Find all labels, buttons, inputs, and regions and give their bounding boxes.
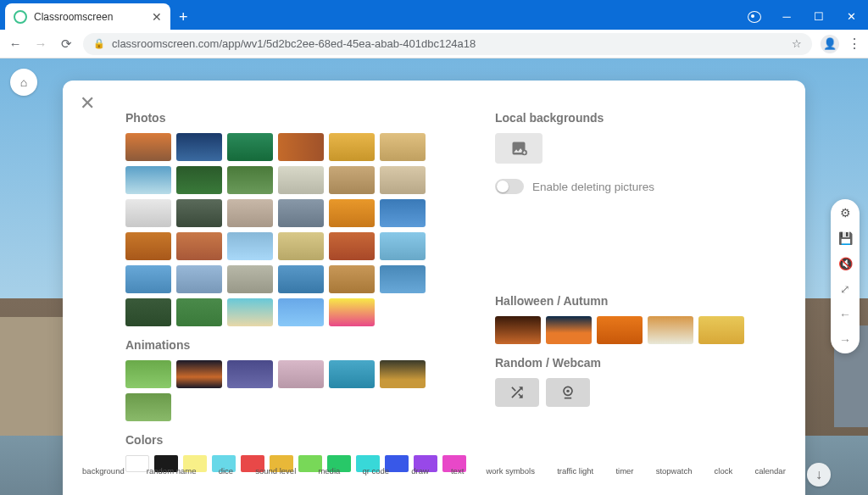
browser-shield-icon[interactable]	[748, 11, 761, 23]
widget-item[interactable]: media	[318, 466, 340, 476]
photo-thumb[interactable]	[176, 166, 222, 194]
photo-thumb[interactable]	[278, 166, 324, 194]
widget-item[interactable]: timer	[615, 466, 633, 476]
animation-thumbs-row	[125, 360, 466, 421]
photo-thumb[interactable]	[227, 199, 273, 227]
delete-toggle-row: Enable deleting pictures	[495, 179, 776, 194]
widget-item[interactable]: qr code	[362, 466, 389, 476]
photo-thumb[interactable]	[176, 133, 222, 161]
background-picker-modal: ✕ Photos Animations Colors Local backgro…	[63, 81, 805, 495]
animation-thumb[interactable]	[227, 360, 273, 388]
photo-thumb[interactable]	[329, 166, 375, 194]
photo-thumb[interactable]	[278, 298, 324, 326]
halloween-thumb[interactable]	[648, 316, 693, 344]
animation-thumb[interactable]	[380, 360, 426, 388]
save-floppy-icon[interactable]: 💾	[838, 231, 853, 245]
photo-thumb[interactable]	[125, 265, 171, 293]
widget-item[interactable]: text	[451, 466, 464, 476]
widget-item[interactable]: sound level	[255, 466, 296, 476]
photo-thumb[interactable]	[329, 232, 375, 260]
photo-thumb[interactable]	[278, 199, 324, 227]
widget-item[interactable]: dice	[219, 466, 233, 476]
photo-thumb[interactable]	[329, 133, 375, 161]
animation-thumb[interactable]	[176, 360, 222, 388]
settings-gear-icon[interactable]: ⚙	[840, 206, 851, 220]
tab-title: Classroomscreen	[34, 11, 145, 23]
photo-thumb[interactable]	[125, 166, 171, 194]
colors-section-title: Colors	[125, 433, 466, 447]
upload-local-button[interactable]	[495, 133, 542, 164]
bookmark-star-icon[interactable]: ☆	[792, 37, 802, 50]
page-content: ⌂ ✕ Photos Animations Colors Local backg…	[0, 58, 868, 495]
halloween-thumb[interactable]	[698, 316, 744, 344]
photo-thumb[interactable]	[329, 298, 375, 326]
photo-thumb[interactable]	[227, 166, 273, 194]
halloween-thumbs-row	[495, 316, 776, 344]
profile-avatar[interactable]: 👤	[821, 35, 839, 53]
photo-thumb[interactable]	[125, 133, 171, 161]
webcam-button[interactable]	[546, 378, 590, 407]
photo-thumb[interactable]	[278, 265, 324, 293]
photo-thumb[interactable]	[227, 232, 273, 260]
next-arrow-icon[interactable]: →	[839, 333, 851, 347]
browser-menu-icon[interactable]: ⋮	[848, 36, 861, 52]
halloween-thumb[interactable]	[597, 316, 643, 344]
widget-item[interactable]: clock	[715, 466, 733, 476]
widget-item[interactable]: draw	[411, 466, 429, 476]
random-shuffle-button[interactable]	[495, 378, 539, 407]
photo-thumb[interactable]	[227, 133, 273, 161]
widget-item[interactable]: work symbols	[486, 466, 535, 476]
photo-thumb[interactable]	[380, 166, 426, 194]
photo-thumb[interactable]	[380, 265, 426, 293]
fullscreen-icon[interactable]: ⤢	[840, 282, 850, 296]
browser-tab[interactable]: Classroomscreen ✕	[5, 3, 170, 30]
widget-item[interactable]: stopwatch	[656, 466, 693, 476]
back-icon[interactable]: ←	[7, 36, 24, 51]
halloween-thumb[interactable]	[546, 316, 592, 344]
photo-thumb[interactable]	[380, 232, 426, 260]
delete-toggle-label: Enable deleting pictures	[532, 181, 654, 193]
photo-thumb[interactable]	[329, 265, 375, 293]
photo-thumb[interactable]	[380, 133, 426, 161]
widget-item[interactable]: traffic light	[557, 466, 593, 476]
animation-thumb[interactable]	[329, 360, 375, 388]
photo-thumb[interactable]	[380, 199, 426, 227]
mute-icon[interactable]: 🔇	[838, 257, 853, 270]
photo-thumb[interactable]	[125, 232, 171, 260]
new-tab-button[interactable]: +	[170, 5, 197, 30]
photo-thumb[interactable]	[227, 265, 273, 293]
delete-toggle[interactable]	[495, 179, 524, 194]
collapse-widgets-button[interactable]: ↓	[807, 463, 831, 487]
photo-thumb[interactable]	[125, 298, 171, 326]
animation-thumb[interactable]	[125, 360, 171, 388]
close-modal-icon[interactable]: ✕	[80, 92, 95, 114]
photo-thumb[interactable]	[278, 232, 324, 260]
window-minimize-icon[interactable]: ─	[780, 10, 793, 23]
url-text: classroomscreen.com/app/wv1/5d2bc2ee-68e…	[112, 37, 785, 50]
photo-thumb[interactable]	[329, 199, 375, 227]
photo-thumb[interactable]	[176, 232, 222, 260]
side-tools: ⚙ 💾 🔇 ⤢ ← →	[831, 199, 860, 353]
home-button[interactable]: ⌂	[10, 69, 37, 96]
random-section-title: Random / Webcam	[495, 356, 776, 370]
svg-point-2	[566, 390, 569, 392]
halloween-thumb[interactable]	[495, 316, 541, 344]
photo-thumb[interactable]	[227, 298, 273, 326]
tab-close-icon[interactable]: ✕	[152, 10, 162, 24]
reload-icon[interactable]: ⟳	[58, 36, 75, 52]
url-field[interactable]: 🔒 classroomscreen.com/app/wv1/5d2bc2ee-6…	[83, 33, 812, 55]
prev-arrow-icon[interactable]: ←	[839, 308, 851, 321]
animation-thumb[interactable]	[125, 393, 171, 421]
photo-thumb[interactable]	[176, 298, 222, 326]
photo-thumb[interactable]	[125, 199, 171, 227]
window-close-icon[interactable]: ✕	[844, 10, 858, 23]
widget-item[interactable]: background	[82, 466, 125, 476]
widget-item[interactable]: random name	[147, 466, 197, 476]
photo-thumb[interactable]	[176, 265, 222, 293]
halloween-section-title: Halloween / Autumn	[495, 294, 776, 308]
window-maximize-icon[interactable]: ☐	[812, 10, 826, 23]
photo-thumb[interactable]	[176, 199, 222, 227]
photo-thumb[interactable]	[278, 133, 324, 161]
widget-item[interactable]: calendar	[754, 466, 785, 476]
animation-thumb[interactable]	[278, 360, 324, 388]
